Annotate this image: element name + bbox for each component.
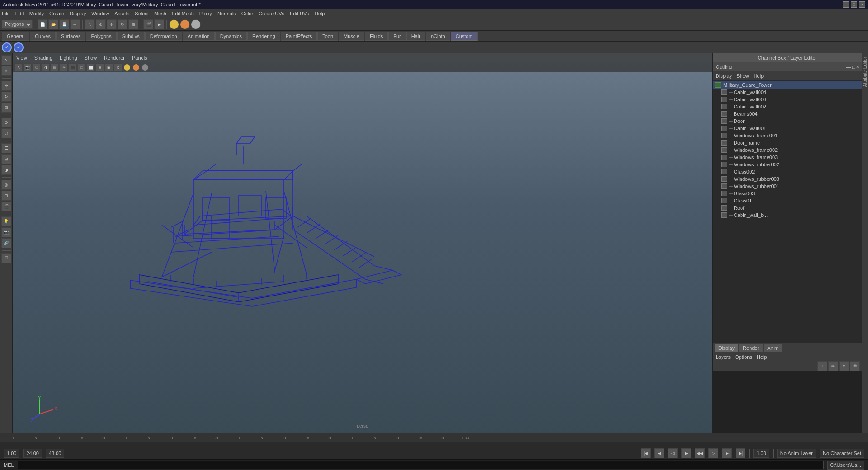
menu-display[interactable]: Display [70, 11, 86, 16]
script-input[interactable] [18, 461, 824, 469]
move-tool[interactable]: ✛ [107, 19, 117, 29]
layer-menu-layers[interactable]: Layers [716, 354, 731, 360]
menu-proxy[interactable]: Proxy [199, 11, 212, 16]
vp-shading2[interactable]: □ [78, 63, 86, 71]
camera-tool[interactable]: 📷 [1, 227, 11, 237]
outliner-item[interactable]: —Door [713, 118, 862, 125]
tab-rendering[interactable]: Rendering [247, 32, 280, 41]
outliner-item[interactable]: —Windows_rubber002 [713, 161, 862, 168]
outliner-item[interactable]: —Cabin_wall003 [713, 96, 862, 103]
open-scene-button[interactable]: 📂 [48, 19, 58, 29]
play-back-button[interactable]: ◀◀ [695, 448, 705, 458]
select-tool[interactable]: ↖ [85, 19, 95, 29]
paint-tool[interactable]: ✏ [1, 66, 11, 76]
outliner-close[interactable]: × [856, 64, 859, 70]
next-frame-button[interactable]: ▶ [722, 448, 732, 458]
viewport-3d[interactable]: View Shading Lighting Show Renderer Pane… [13, 53, 712, 433]
vp-texture[interactable]: ▤ [51, 63, 59, 71]
anim-tool[interactable]: ◎ [1, 180, 11, 190]
current-frame-field[interactable]: 1.00 [753, 449, 769, 458]
layer-tool[interactable]: ☰ [1, 143, 11, 153]
vp-wireframe[interactable]: ⬡ [33, 63, 41, 71]
outliner-item[interactable]: —Windows_frame001 [713, 132, 862, 139]
tab-ncloth[interactable]: nCloth [426, 32, 450, 41]
layer-menu-help[interactable]: Help [757, 354, 767, 360]
outliner-item[interactable]: —Windows_rubber001 [713, 183, 862, 190]
misc-tool[interactable]: ☑ [1, 253, 11, 263]
anim-layer-field[interactable]: No Anim Layer [777, 449, 816, 458]
constraint-tool[interactable]: 🔗 [1, 238, 11, 248]
tab-animation[interactable]: Animation [183, 32, 215, 41]
tab-fur[interactable]: Fur [388, 32, 406, 41]
menu-help[interactable]: Help [315, 11, 325, 16]
outliner-item[interactable]: —Glass002 [713, 168, 862, 175]
tab-dynamics[interactable]: Dynamics [215, 32, 247, 41]
scale-tool-lt[interactable]: ⊞ [1, 103, 11, 113]
vp-smooth[interactable]: ◑ [42, 63, 50, 71]
outliner-item[interactable]: —Windows_frame003 [713, 154, 862, 161]
vp-shading4[interactable]: ⊞ [96, 63, 104, 71]
select-tool-lt[interactable]: ↖ [1, 55, 11, 65]
layer-tab-anim[interactable]: Anim [764, 344, 782, 352]
light-tool[interactable]: 💡 [1, 216, 11, 226]
outliner-menu-show[interactable]: Show [736, 73, 749, 79]
vp-shading1[interactable]: ⬛ [69, 63, 77, 71]
vp-shading6[interactable]: ⊙ [114, 63, 122, 71]
undo-button[interactable]: ↩ [70, 19, 80, 29]
tab-general[interactable]: General [2, 32, 29, 41]
outliner-item[interactable]: —Cabin_wall004 [713, 89, 862, 96]
outliner-item[interactable]: —Cabin_wall001 [713, 125, 862, 132]
menu-normals[interactable]: Normals [217, 11, 236, 16]
layer-menu-options[interactable]: Options [735, 354, 752, 360]
layer-new-btn[interactable]: + [817, 361, 827, 371]
layer-tab-display[interactable]: Display [715, 344, 738, 352]
shading-tool[interactable]: ◑ [1, 165, 11, 175]
window-controls[interactable]: — □ × [843, 1, 865, 8]
go-end-button[interactable]: ▶| [736, 448, 745, 458]
maximize-button[interactable]: □ [851, 1, 857, 8]
attr-editor-label[interactable]: Attribute Editor [863, 57, 868, 87]
character-set-field[interactable]: No Character Set [820, 449, 864, 458]
layer-del-btn[interactable]: × [839, 361, 849, 371]
go-start-button[interactable]: |◀ [641, 448, 651, 458]
tab-toon[interactable]: Toon [317, 32, 338, 41]
save-scene-button[interactable]: 💾 [59, 19, 69, 29]
layer-edit-btn[interactable]: ✏ [828, 361, 838, 371]
vp-menu-show[interactable]: Show [85, 55, 97, 61]
outliner-item[interactable]: —Cabin_wall002 [713, 103, 862, 110]
tab-painteffects[interactable]: PaintEffects [281, 32, 317, 41]
outliner-item[interactable]: —Roof [713, 204, 862, 212]
poly-tool[interactable]: ⬡ [1, 128, 11, 138]
menu-edit-uvs[interactable]: Edit UVs [290, 11, 309, 16]
outliner-maximize[interactable]: □ [852, 64, 855, 70]
new-scene-button[interactable]: 📄 [38, 19, 47, 29]
menu-edit-mesh[interactable]: Edit Mesh [172, 11, 194, 16]
outliner-item[interactable]: —Cabin_wall_b... [713, 212, 862, 219]
tab-custom[interactable]: Custom [451, 32, 478, 41]
outliner-item[interactable]: —Beams004 [713, 110, 862, 118]
minimize-button[interactable]: — [843, 1, 849, 8]
rotate-tool[interactable]: ↻ [118, 19, 127, 29]
timeline-ruler[interactable]: 1 6 11 16 21 1 6 11 16 21 1 6 11 16 21 1… [0, 433, 868, 442]
outliner-menu-help[interactable]: Help [754, 73, 764, 79]
grid-tool[interactable]: ⊞ [1, 154, 11, 164]
tab-surfaces[interactable]: Surfaces [56, 32, 85, 41]
vp-menu-lighting[interactable]: Lighting [60, 55, 77, 61]
menu-assets[interactable]: Assets [114, 11, 129, 16]
menu-file[interactable]: File [2, 11, 10, 16]
render-button[interactable]: 🎬 [143, 19, 153, 29]
qa-btn2[interactable]: ✓ [14, 42, 24, 52]
tab-hair[interactable]: Hair [406, 32, 425, 41]
menu-create[interactable]: Create [49, 11, 64, 16]
vp-menu-shading[interactable]: Shading [34, 55, 52, 61]
vp-select[interactable]: ↖ [14, 63, 23, 71]
outliner-item[interactable]: —Glass003 [713, 190, 862, 197]
tab-fluids[interactable]: Fluids [365, 32, 388, 41]
menu-window[interactable]: Window [91, 11, 109, 16]
start-frame-field[interactable]: 1.00 [4, 449, 19, 458]
vp-menu-panels[interactable]: Panels [132, 55, 147, 61]
vp-shading3[interactable]: ⬜ [87, 63, 95, 71]
next-key-button[interactable]: ▷ [708, 448, 718, 458]
play-button[interactable]: ▶ [681, 448, 691, 458]
deform-tool[interactable]: ⊡ [1, 191, 11, 201]
